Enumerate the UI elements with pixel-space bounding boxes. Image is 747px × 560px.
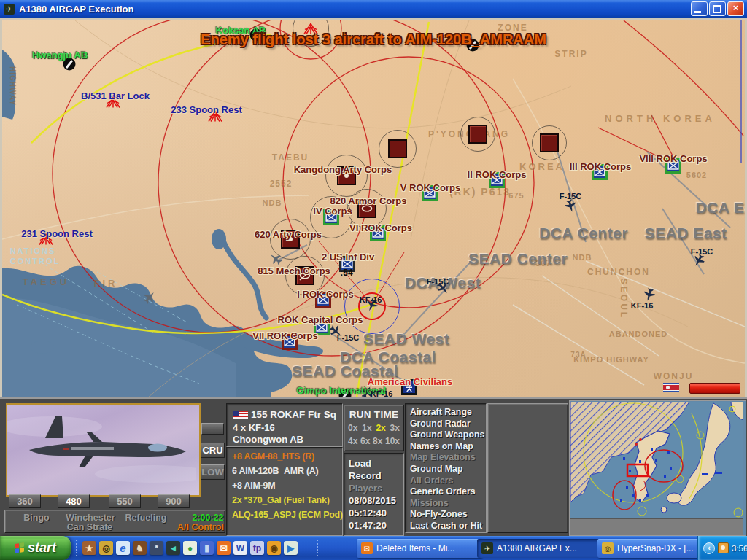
unit-label-i-rok-corps: I ROK Corps <box>297 289 353 300</box>
app-icon: ✈ <box>4 4 15 15</box>
session-players[interactable]: Players <box>349 483 382 494</box>
taskbar-separator[interactable] <box>76 540 80 556</box>
internet-explorer-icon[interactable]: e <box>116 541 130 555</box>
menu-item-aircraft-range[interactable]: Aircraft Range <box>410 407 472 417</box>
run-speed-0x[interactable]: 0x <box>348 423 357 433</box>
speed-button-550[interactable]: 550 <box>109 494 141 508</box>
run-speed-2x[interactable]: 2x <box>376 423 385 433</box>
menu-item-map-elevations[interactable]: Map Elevations <box>410 452 476 462</box>
hypersnap-icon[interactable]: ◎ <box>99 541 113 555</box>
menu-item-all-orders[interactable]: All Orders <box>410 475 453 486</box>
taskbar-window-hypersnap-dx[interactable]: ◎HyperSnap-DX - [... <box>597 539 705 558</box>
f-15c-icon[interactable] <box>564 199 577 215</box>
word-icon[interactable]: W <box>233 541 247 555</box>
map-viewport[interactable]: NORTH KOREAP'YONGGANG(RK) P618TAEBU2552N… <box>2 20 745 397</box>
enemy-unit-icon[interactable] <box>388 139 407 158</box>
winchester-label: Winchester <box>66 513 115 523</box>
aircraft-label-kf-16: KF-16 <box>631 301 654 310</box>
squadron-strength: 4 x KF-16 <box>233 422 275 433</box>
minimap-graphics <box>570 402 743 518</box>
speed-button-480[interactable]: 480 <box>58 494 90 508</box>
menu-item-last-crash-or-hit[interactable]: Last Crash or Hit <box>410 521 482 531</box>
close-button[interactable]: × <box>727 1 744 16</box>
menu-item-ground-map[interactable]: Ground Map <box>410 464 462 474</box>
restore-button[interactable] <box>709 1 726 16</box>
run-time-panel: RUN TIME 0x1x2x3x 4x6x8x10x <box>344 405 404 451</box>
unit-label-viii-rok-corps: VIII ROK Corps <box>639 153 707 164</box>
run-speed-1x[interactable]: 1x <box>362 423 371 433</box>
tray-clock-icon[interactable] <box>718 542 729 553</box>
tray-time: 3:56 PM <box>732 544 747 553</box>
unit-label-815-mech-corps: 815 Mech Corps <box>258 265 330 276</box>
map-text: 5602 <box>686 171 707 179</box>
f-15c-icon[interactable] <box>692 254 705 270</box>
menu-item-names-on-map[interactable]: Names on Map <box>410 441 473 451</box>
aircraft-label-kf-16: KF-16 <box>371 389 393 397</box>
loadout-item: +8 AIM-9M <box>232 481 275 491</box>
enemy-unit-icon[interactable] <box>468 125 487 144</box>
run-time-title: RUN TIME <box>344 405 403 420</box>
start-button[interactable]: start <box>0 536 71 560</box>
run-speed-4x[interactable]: 4x <box>348 436 357 446</box>
zone-label-dca-center: DCA Center <box>539 225 628 242</box>
view-menu: Aircraft RangeGround RadarGround Weapons… <box>405 403 487 533</box>
empty-panel <box>487 403 568 533</box>
squadron-base: Choongwon AB <box>233 434 303 445</box>
title-bar[interactable]: ✈ A1380 AIRGAP Execution × <box>0 0 747 18</box>
aircraft-icon[interactable] <box>143 291 156 307</box>
minimize-button[interactable] <box>691 1 708 16</box>
unit-label-american-civilians: American Civilians <box>368 376 452 387</box>
menu-item-generic-orders[interactable]: Generic Orders <box>410 486 476 497</box>
taskbar-window-deleted-items-mi[interactable]: ✉Deleted Items - Mi... <box>357 539 482 558</box>
frontpage-icon[interactable]: fp <box>250 541 264 555</box>
unit-label-2-us-inf-div: 2 US Inf Div <box>322 252 374 262</box>
swirl-icon[interactable]: ● <box>183 541 197 555</box>
tray-chevron-icon[interactable]: ‹ <box>703 542 715 554</box>
speed-button-360[interactable]: 360 <box>9 494 41 508</box>
game-icon[interactable]: ♞ <box>133 541 147 555</box>
session-08-08-2015: 08/08/2015 <box>349 495 396 506</box>
map-text: 675 <box>508 191 524 200</box>
map-text: NORTH KOREA <box>605 113 716 124</box>
throttle-cru-button[interactable]: CRU <box>201 443 225 458</box>
aircraft-label-f-15c: F-15C <box>691 247 713 256</box>
run-speed-10x[interactable]: 10x <box>385 436 400 446</box>
painter-icon[interactable]: ★ <box>82 541 96 555</box>
taskbar-separator[interactable] <box>317 540 320 556</box>
window-title: A1380 AIRGAP Execution <box>19 4 691 15</box>
menu-item-ground-weapons[interactable]: Ground Weapons <box>410 429 484 440</box>
stars-icon[interactable]: * <box>150 541 163 555</box>
unit-label-iv-corps: IV Corps <box>313 206 352 217</box>
bingo-label: Bingo <box>23 513 49 523</box>
minimap[interactable] <box>569 400 746 536</box>
zone-label-sead-east: SEAD East <box>644 225 727 242</box>
menu-item-no-fly-zones[interactable]: No-Fly-Zones <box>410 509 468 519</box>
speed-button-900[interactable]: 900 <box>158 494 190 508</box>
system-tray: ‹ 3:56 PM <box>697 536 747 560</box>
unit-label-vii-rok-corps: VII ROK Corps <box>252 330 318 341</box>
glass-icon[interactable]: ▮ <box>200 541 214 555</box>
session-record[interactable]: Record <box>349 470 382 481</box>
clock-icon[interactable]: ◉ <box>267 541 281 555</box>
arrow-icon[interactable]: ◄ <box>166 541 180 555</box>
loadout-item: ALQ-165_ASPJ (ECM Pod) <box>232 510 343 520</box>
menu-item-missions[interactable]: Missions <box>410 498 449 508</box>
enemy-strength-bar <box>689 383 740 394</box>
run-speed-8x[interactable]: 8x <box>373 436 382 446</box>
loadout-item: 6 AIM-120B_AMR (A) <box>232 466 319 476</box>
media-player-icon[interactable]: ▶ <box>284 541 298 555</box>
outlook-icon[interactable]: ✉ <box>217 541 231 555</box>
enemy-unit-icon[interactable] <box>540 133 559 152</box>
throttle-blank-button[interactable] <box>201 423 224 435</box>
throttle-low-button[interactable]: LOW <box>201 464 225 480</box>
map-text: TAEGU <box>23 276 70 287</box>
unit-timer-tag: :54 <box>340 268 352 278</box>
menu-item-ground-radar[interactable]: Ground Radar <box>410 419 471 429</box>
radar-label-233-spoon-rest: 233 Spoon Rest <box>171 104 242 115</box>
taskbar-window-a1380-airgap-ex[interactable]: ✈A1380 AIRGAP Ex... <box>477 539 603 558</box>
map-text: NDB <box>573 253 592 262</box>
session-load[interactable]: Load <box>349 458 371 469</box>
run-speed-3x[interactable]: 3x <box>390 423 400 433</box>
run-speed-6x[interactable]: 6x <box>360 436 370 446</box>
status-box: Bingo Winchester Refueling 2:00:22 Can S… <box>4 510 225 533</box>
